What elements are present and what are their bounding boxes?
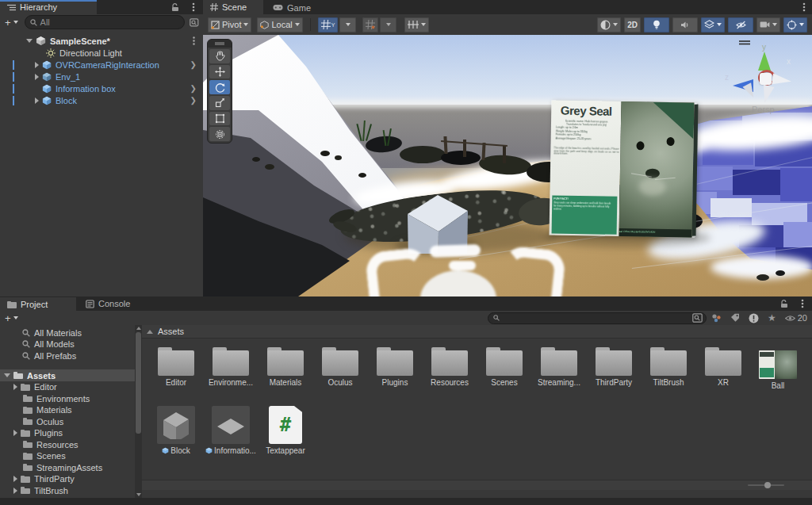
tab-console[interactable]: Console — [79, 296, 155, 311]
snap-to-grid-button[interactable] — [362, 17, 378, 33]
scale-tool-button[interactable] — [209, 96, 230, 110]
favorite-all-prefabs[interactable]: All Prefabs — [0, 350, 135, 362]
project-lock-icon[interactable] — [780, 300, 788, 308]
open-prefab-chevron[interactable]: ❯ — [190, 96, 197, 105]
tree-row-resources[interactable]: Resources — [0, 438, 135, 450]
scrollbar-thumb[interactable] — [136, 332, 141, 434]
hierarchy-row-env1[interactable]: Env_1 — [0, 71, 203, 82]
icon-size-slider-knob[interactable] — [764, 482, 771, 488]
tree-row-materials[interactable]: Materials — [0, 404, 135, 416]
hierarchy-row-directional-light[interactable]: Directional Light — [0, 47, 203, 59]
asset-folder[interactable]: XR — [698, 347, 749, 387]
asset-folder[interactable]: Resources — [424, 347, 475, 387]
foldout-expanded-icon[interactable] — [4, 373, 10, 377]
scene-visibility-button[interactable] — [728, 17, 753, 33]
asset-folder[interactable]: ThirdParty — [588, 347, 639, 387]
favorites-star-icon[interactable]: ★ — [768, 312, 776, 323]
favorite-all-models[interactable]: All Models — [0, 339, 135, 350]
project-kebab-icon[interactable] — [801, 299, 804, 308]
tree-row-environments[interactable]: Environments — [0, 392, 135, 404]
gizmo-axis-cone[interactable] — [742, 82, 757, 100]
gizmo-center-cube[interactable] — [760, 73, 772, 85]
move-tool-button[interactable] — [209, 65, 230, 79]
collapse-icon[interactable] — [147, 330, 153, 334]
audio-toggle-button[interactable] — [672, 17, 698, 33]
scroll-up-arrow[interactable] — [136, 327, 141, 330]
shading-mode-button[interactable] — [597, 17, 621, 33]
create-dropdown-arrow[interactable] — [13, 21, 18, 24]
foldout-collapsed-icon[interactable] — [35, 98, 39, 104]
open-prefab-chevron[interactable]: ❯ — [190, 60, 197, 69]
scene-camera-button[interactable] — [756, 17, 780, 33]
hierarchy-row-ovrcamerarig[interactable]: OVRCameraRigInteraction ❯ — [0, 59, 203, 71]
hand-tool-button[interactable] — [209, 49, 230, 63]
local-toggle-button[interactable]: Local — [257, 17, 302, 33]
packages-visibility-icon[interactable] — [711, 313, 722, 323]
rotate-tool-button[interactable] — [209, 80, 230, 94]
tree-row-xr[interactable]: XR — [0, 496, 135, 499]
rect-tool-button[interactable] — [209, 112, 230, 126]
project-search-input[interactable] — [488, 312, 707, 324]
alert-filter-icon[interactable] — [749, 313, 759, 323]
tab-scene[interactable]: Scene — [203, 0, 263, 14]
scene-viewport[interactable]: Grey Seal Scientific name: Halichoerus g… — [203, 35, 812, 296]
hidden-packages-toggle[interactable]: 20 — [785, 313, 807, 323]
label-tag-icon[interactable] — [730, 313, 740, 323]
project-create-button[interactable]: + — [5, 312, 11, 324]
search-in-window-icon[interactable] — [692, 313, 703, 323]
hierarchy-create-button[interactable]: + — [5, 17, 11, 29]
tree-row-oculus[interactable]: Oculus — [0, 415, 135, 427]
asset-texture-ball[interactable]: Ball — [753, 347, 803, 390]
tree-row-thirdparty[interactable]: ThirdParty — [0, 473, 135, 485]
hierarchy-search-input[interactable]: All — [25, 15, 185, 29]
gizmo-persp-label[interactable]: Persp — [752, 105, 775, 114]
gizmo-axis-cone[interactable] — [760, 85, 775, 105]
tab-game[interactable]: Game — [266, 1, 329, 15]
tab-project[interactable]: Project — [0, 297, 76, 312]
tree-row-editor[interactable]: Editor — [0, 381, 135, 393]
asset-folder[interactable]: Editor — [151, 347, 201, 387]
hierarchy-row-information-box[interactable]: Information box ❯ — [0, 82, 203, 94]
asset-folder[interactable]: Plugins — [370, 347, 420, 387]
snap-grid-dropdown[interactable] — [380, 17, 396, 33]
hierarchy-row-scene[interactable]: SampleScene* — [0, 35, 203, 47]
scene-kebab-icon[interactable] — [193, 36, 195, 45]
foldout-collapsed-icon[interactable] — [35, 74, 39, 80]
lock-icon[interactable] — [171, 3, 179, 12]
effects-toggle-button[interactable] — [701, 17, 725, 33]
gizmo-axis-cone[interactable] — [772, 73, 792, 86]
2d-toggle-button[interactable]: 2D — [624, 17, 641, 33]
asset-folder[interactable]: Scenes — [479, 347, 530, 387]
scroll-down-arrow[interactable] — [136, 493, 141, 496]
search-window-icon[interactable] — [190, 18, 199, 27]
asset-script-textappear[interactable]: # Textappear — [260, 406, 311, 455]
asset-folder[interactable]: TiltBrush — [643, 347, 694, 387]
overlay-drag-handle[interactable] — [208, 40, 232, 48]
lighting-toggle-button[interactable] — [644, 17, 669, 33]
tree-row-assets-root[interactable]: Assets — [0, 369, 135, 381]
transform-tool-button[interactable] — [209, 127, 230, 141]
asset-folder[interactable]: Streaming... — [534, 347, 584, 387]
favorite-all-materials[interactable]: All Materials — [0, 327, 135, 339]
grid-visibility-toggle[interactable]: Y — [318, 17, 339, 33]
pivot-toggle-button[interactable]: Pivot — [208, 17, 251, 33]
tree-row-tiltbrush[interactable]: TiltBrush — [0, 484, 135, 496]
hierarchy-row-block[interactable]: Block ❯ — [0, 94, 203, 106]
scene-kebab-menu-icon[interactable] — [802, 2, 806, 12]
kebab-menu-icon[interactable] — [192, 2, 195, 12]
asset-folder[interactable]: Materials — [260, 347, 311, 387]
snap-increment-button[interactable] — [404, 17, 429, 33]
asset-prefab-block[interactable]: Block — [151, 406, 201, 455]
orientation-gizmo[interactable]: y x z Persp — [717, 41, 812, 136]
gizmos-toggle-button[interactable] — [783, 17, 807, 33]
grid-dropdown-button[interactable] — [339, 17, 356, 33]
project-create-dropdown[interactable] — [13, 316, 18, 319]
asset-folder[interactable]: Environme... — [205, 347, 256, 387]
gizmo-y-cone[interactable] — [758, 52, 771, 71]
open-prefab-chevron[interactable]: ❯ — [190, 84, 197, 93]
asset-folder[interactable]: Oculus — [315, 347, 366, 387]
tree-row-scenes[interactable]: Scenes — [0, 450, 135, 462]
tree-row-streamingassets[interactable]: StreamingAssets — [0, 461, 135, 473]
tab-hierarchy[interactable]: Hierarchy — [0, 0, 97, 14]
tree-row-plugins[interactable]: Plugins — [0, 427, 135, 439]
